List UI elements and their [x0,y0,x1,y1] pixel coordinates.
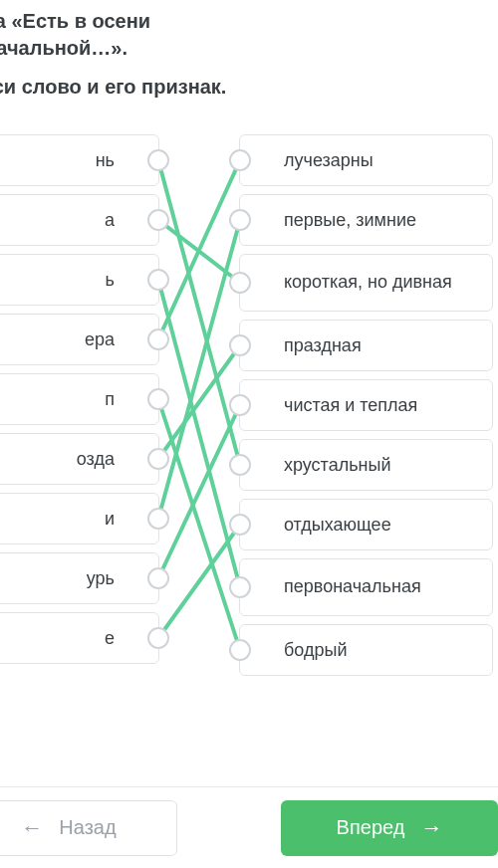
connector-dot[interactable] [229,576,251,598]
right-item-label: короткая, но дивная [284,272,452,294]
left-item-label: нь [96,150,115,171]
connector-dot[interactable] [229,334,251,356]
connector-dot[interactable] [229,209,251,231]
left-item[interactable]: и [0,493,159,544]
left-item-label: ера [85,329,115,350]
arrow-right-icon: → [420,815,442,841]
right-item-label: первые, зимние [284,210,416,231]
connector-dot[interactable] [229,454,251,476]
match-area: ньаьерапоздаиурье лучезарныпервые, зимни… [0,134,498,732]
forward-button[interactable]: Вперед → [281,800,498,856]
connector-dot[interactable] [147,508,169,530]
connector-dot[interactable] [147,209,169,231]
right-item[interactable]: бодрый [239,624,493,676]
back-button[interactable]: ← Назад [0,800,177,856]
right-item[interactable]: отдыхающее [239,499,493,550]
connector-dot[interactable] [229,639,251,661]
right-item[interactable]: праздная [239,320,493,371]
right-item[interactable]: первые, зимние [239,194,493,246]
left-item[interactable]: ера [0,314,159,365]
left-item[interactable]: урь [0,552,159,604]
connector-dot[interactable] [147,269,169,291]
left-item[interactable]: а [0,194,159,246]
left-item-label: урь [87,568,115,589]
header: чева «Есть в осени воначальной…». тнеси … [0,0,498,99]
right-item-label: чистая и теплая [284,395,417,416]
right-item[interactable]: чистая и теплая [239,379,493,431]
left-item-label: п [105,389,115,410]
right-item-label: отдыхающее [284,515,391,536]
right-item[interactable]: короткая, но дивная [239,254,493,312]
left-item[interactable]: нь [0,134,159,186]
right-item-label: первоначальная [284,576,421,598]
left-item[interactable]: п [0,373,159,425]
right-item[interactable]: первоначальная [239,558,493,616]
arrow-left-icon: ← [21,815,43,841]
connector-dot[interactable] [147,567,169,589]
left-item-label: озда [77,449,115,470]
left-item-label: и [105,509,115,530]
title-line-1: чева «Есть в осени [0,8,498,35]
connector-dot[interactable] [229,272,251,294]
connector-dot[interactable] [229,394,251,416]
instruction: тнеси слово и его признак. [0,76,498,99]
left-item[interactable]: озда [0,433,159,485]
connector-dot[interactable] [147,448,169,470]
right-item-label: лучезарны [284,150,374,171]
left-item[interactable]: е [0,612,159,664]
left-item-label: е [105,628,115,649]
connector-dot[interactable] [147,627,169,649]
connector-dot[interactable] [147,149,169,171]
left-item-label: а [105,210,115,231]
right-item[interactable]: хрустальный [239,439,493,491]
left-item-label: ь [106,270,115,291]
right-item-label: праздная [284,335,362,356]
left-column: ньаьерапоздаиурье [0,134,159,676]
connector-dot[interactable] [229,149,251,171]
connector-dot[interactable] [147,328,169,350]
forward-button-label: Вперед [337,816,405,839]
title-line-2: воначальной…». [0,35,498,62]
connector-dot[interactable] [147,388,169,410]
right-item[interactable]: лучезарны [239,134,493,186]
right-column: лучезарныпервые, зимниекороткая, но дивн… [239,134,493,676]
back-button-label: Назад [59,816,116,839]
right-item-label: бодрый [284,640,347,661]
left-item[interactable]: ь [0,254,159,306]
right-item-label: хрустальный [284,455,390,476]
footer: ← Назад Вперед → [0,786,498,868]
connector-dot[interactable] [229,514,251,536]
